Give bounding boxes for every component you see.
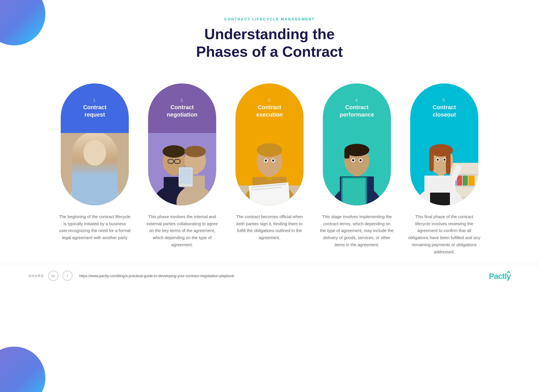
phase-pill-5: 5. Contractcloseout xyxy=(410,83,478,205)
phase-title-3: Contractexecution xyxy=(256,104,283,118)
phase-number-1: 1. xyxy=(93,98,96,102)
share-label: SHARE xyxy=(28,274,44,278)
svg-rect-61 xyxy=(457,176,462,186)
svg-rect-5 xyxy=(81,149,86,160)
svg-point-38 xyxy=(272,159,274,162)
phase-title-2: Contractnegotiation xyxy=(167,104,197,118)
phase-description-2: This phase involves the internal and ext… xyxy=(145,213,219,248)
svg-point-16 xyxy=(163,145,185,158)
svg-rect-50 xyxy=(344,149,349,159)
page-footer: SHARE cc i https://www.pactly.com/blog/a… xyxy=(0,264,539,287)
svg-point-24 xyxy=(184,146,206,157)
phase-number-2: 2. xyxy=(180,98,184,102)
phase-description-5: This final phase of the contract lifecyc… xyxy=(407,213,481,256)
svg-point-8 xyxy=(89,161,91,164)
svg-point-37 xyxy=(265,159,267,162)
phase-card-4: 4. Contractperformance xyxy=(317,83,397,248)
svg-point-10 xyxy=(86,168,96,175)
info-icon-button[interactable]: i xyxy=(62,271,73,281)
person-image-4 xyxy=(323,123,391,205)
svg-rect-26 xyxy=(180,168,192,184)
svg-rect-66 xyxy=(430,193,450,205)
svg-point-4 xyxy=(81,143,109,160)
phase-photo-1 xyxy=(61,123,129,205)
cc-icon-label: cc xyxy=(51,274,55,278)
pill-header-2: 2. Contractnegotiation xyxy=(148,83,216,133)
svg-rect-2 xyxy=(90,167,99,178)
phase-pill-2: 2. Contractnegotiation xyxy=(148,83,216,205)
title-line2: Phases of a Contract xyxy=(196,43,343,60)
svg-point-76 xyxy=(444,159,446,161)
pill-header-1: 1. Contractrequest xyxy=(61,83,129,133)
cc-icon-button[interactable]: cc xyxy=(48,271,58,281)
phase-photo-5 xyxy=(410,123,478,205)
svg-rect-72 xyxy=(446,149,450,174)
svg-point-54 xyxy=(359,159,362,161)
svg-point-3 xyxy=(81,146,109,180)
svg-point-9 xyxy=(98,161,101,164)
svg-rect-62 xyxy=(463,176,468,186)
phase-card-2: 2. Contractnegotiation xyxy=(142,83,222,248)
info-icon-label: i xyxy=(67,274,68,278)
phase-pill-4: 4. Contractperformance xyxy=(323,83,391,205)
category-label: CONTRACT LIFECYCLE MANAGEMENT xyxy=(0,17,539,21)
svg-point-7 xyxy=(97,160,102,165)
pill-header-3: 3. Contractexecution xyxy=(235,83,304,133)
page-title: Understanding the Phases of a Contract xyxy=(0,25,539,61)
svg-point-75 xyxy=(437,159,439,161)
person-image-1 xyxy=(61,123,129,205)
svg-rect-71 xyxy=(429,149,434,171)
phase-number-5: 5. xyxy=(443,98,446,102)
phase-number-4: 4. xyxy=(355,98,359,102)
phase-pill-3: 3. Contractexecution xyxy=(235,83,304,205)
phase-pill-1: 1. Contractrequest xyxy=(61,83,129,205)
phase-title-5: Contractcloseout xyxy=(433,104,456,118)
phase-photo-2 xyxy=(148,123,216,205)
phase-description-1: The beginning of the contract lifecycle … xyxy=(58,213,132,241)
person-image-3 xyxy=(235,123,304,205)
phase-number-3: 3. xyxy=(268,98,271,102)
svg-point-34 xyxy=(257,143,282,157)
phase-card-3: 3. Contractexecution xyxy=(230,83,309,241)
page-header: CONTRACT LIFECYCLE MANAGEMENT Understand… xyxy=(0,0,539,69)
footer-url: https://www.pactly.com/blog/a-practical-… xyxy=(79,274,234,278)
phase-title-4: Contractperformance xyxy=(340,104,374,118)
svg-rect-63 xyxy=(468,176,475,186)
pactly-logo: Pactlŷ xyxy=(489,270,511,281)
svg-rect-0 xyxy=(61,123,129,205)
phases-container: 1. Contractrequest xyxy=(0,69,539,264)
logo-text: Pactly xyxy=(489,272,511,281)
phase-title-1: Contractrequest xyxy=(83,104,106,118)
svg-rect-46 xyxy=(343,178,365,205)
pill-header-5: 5. Contractcloseout xyxy=(410,83,478,133)
phase-photo-4 xyxy=(323,123,391,205)
person-image-2 xyxy=(148,123,216,205)
footer-left: SHARE cc i https://www.pactly.com/blog/a… xyxy=(28,271,234,281)
phase-card-1: 1. Contractrequest xyxy=(55,83,134,241)
deco-circle-bottom xyxy=(0,347,45,392)
title-line1: Understanding the xyxy=(204,26,334,42)
phase-card-5: 5. Contractcloseout xyxy=(405,83,484,256)
phase-photo-3 xyxy=(235,123,304,205)
person-image-5 xyxy=(410,123,478,205)
svg-point-6 xyxy=(88,160,92,165)
pill-header-4: 4. Contractperformance xyxy=(323,83,391,133)
phase-description-4: This stage involves implementing the con… xyxy=(320,213,394,248)
svg-point-53 xyxy=(352,159,354,161)
svg-point-1 xyxy=(71,177,119,205)
phase-description-3: The contract becomes official when both … xyxy=(233,213,306,241)
